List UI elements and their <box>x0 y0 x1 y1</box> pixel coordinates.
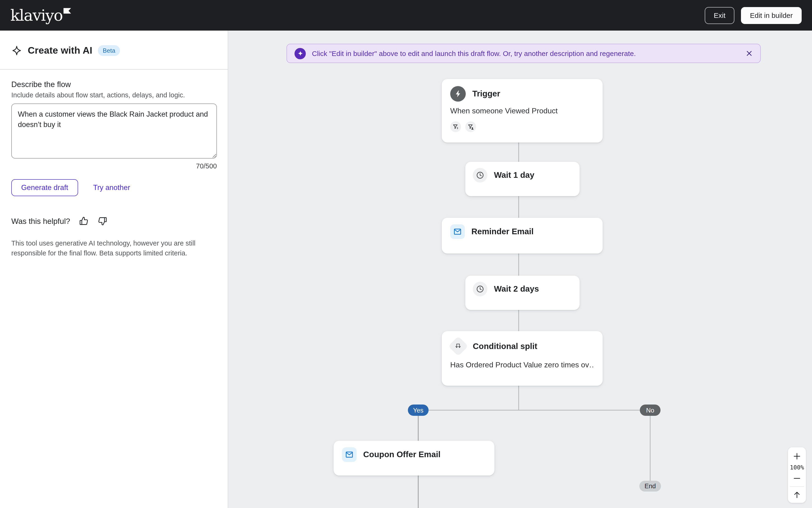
scroll-to-top-button[interactable] <box>788 489 806 501</box>
beta-badge: Beta <box>98 45 120 56</box>
zoom-out-button[interactable] <box>788 473 806 484</box>
describe-flow-label: Describe the flow <box>11 80 216 89</box>
thumbs-up-button[interactable] <box>79 216 89 226</box>
panel-body: Describe the flow Include details about … <box>0 70 228 268</box>
coupon-offer-email-node[interactable]: Coupon Offer Email <box>334 441 495 475</box>
plus-icon <box>793 452 801 461</box>
zoom-in-button[interactable] <box>788 451 806 462</box>
feedback-row: Was this helpful? <box>11 216 216 226</box>
describe-flow-helper: Include details about flow start, action… <box>11 91 216 99</box>
sparkle-icon <box>11 45 22 56</box>
trigger-filter-icon[interactable] <box>450 121 461 132</box>
email-icon <box>450 224 465 239</box>
thumbs-down-button[interactable] <box>97 216 108 226</box>
wait-2-days-title: Wait 2 days <box>494 284 539 294</box>
klaviyo-wordmark: klaviyo <box>10 7 62 23</box>
feedback-question: Was this helpful? <box>11 217 70 225</box>
clock-icon <box>473 168 487 182</box>
coupon-offer-email-title: Coupon Offer Email <box>363 450 440 460</box>
panel-header: Create with AI Beta <box>0 31 228 70</box>
email-icon <box>342 447 356 462</box>
wait-1-day-node[interactable]: Wait 1 day <box>465 162 580 196</box>
trigger-description: When someone Viewed Product <box>450 107 594 115</box>
canvas-zoom-controls: 100% <box>788 447 806 503</box>
reminder-email-title: Reminder Email <box>471 227 534 237</box>
yes-branch-pill: Yes <box>408 405 429 416</box>
no-branch-pill: No <box>640 405 660 416</box>
conditional-split-condition: Has Ordered Product Value zero times ov… <box>450 361 594 369</box>
conditional-split-node[interactable]: Conditional split Has Ordered Product Va… <box>442 331 603 386</box>
thumbs-down-icon <box>97 216 108 226</box>
klaviyo-logo: klaviyo <box>10 7 71 23</box>
lightning-icon <box>450 86 466 101</box>
minus-icon <box>793 474 801 482</box>
try-another-link[interactable]: Try another <box>93 183 130 192</box>
thumbs-up-icon <box>79 216 89 226</box>
trigger-node[interactable]: Trigger When someone Viewed Product <box>442 79 603 142</box>
banner-message: Click "Edit in builder" above to edit an… <box>312 49 636 57</box>
wait-1-day-title: Wait 1 day <box>494 170 535 180</box>
trigger-title: Trigger <box>472 89 500 99</box>
create-with-ai-panel: Create with AI Beta Describe the flow In… <box>0 31 228 508</box>
edit-in-builder-button[interactable]: Edit in builder <box>741 7 802 24</box>
ai-sparkle-badge-icon <box>295 48 306 59</box>
trigger-filter-chips <box>450 121 594 132</box>
conditional-split-title: Conditional split <box>473 341 537 351</box>
zoom-panel-divider <box>790 486 804 487</box>
wait-2-days-node[interactable]: Wait 2 days <box>465 276 580 310</box>
ai-disclaimer: This tool uses generative AI technology,… <box>11 239 202 258</box>
reminder-email-node[interactable]: Reminder Email <box>442 218 603 254</box>
top-bar: klaviyo Exit Edit in builder <box>0 0 812 31</box>
conditional-split-icon <box>448 336 468 356</box>
banner-close-button[interactable] <box>746 50 753 57</box>
clock-icon <box>473 282 487 296</box>
zoom-level-label: 100% <box>790 462 804 473</box>
flow-description-input[interactable]: When a customer views the Black Rain Jac… <box>11 103 217 159</box>
arrow-up-icon <box>793 491 801 499</box>
klaviyo-flag-icon <box>63 8 71 14</box>
profile-filter-icon[interactable] <box>465 121 476 132</box>
flow-canvas[interactable]: Click "Edit in builder" above to edit an… <box>228 31 812 508</box>
end-pill: End <box>639 481 661 492</box>
action-row: Generate draft Try another <box>11 179 216 196</box>
close-icon <box>746 50 753 57</box>
draft-notice-banner: Click "Edit in builder" above to edit an… <box>287 44 761 63</box>
exit-button[interactable]: Exit <box>705 7 734 24</box>
character-counter: 70/500 <box>11 162 217 170</box>
app-window: klaviyo Exit Edit in builder Create with… <box>0 0 812 508</box>
panel-title: Create with AI <box>28 45 92 56</box>
generate-draft-button[interactable]: Generate draft <box>11 179 78 196</box>
